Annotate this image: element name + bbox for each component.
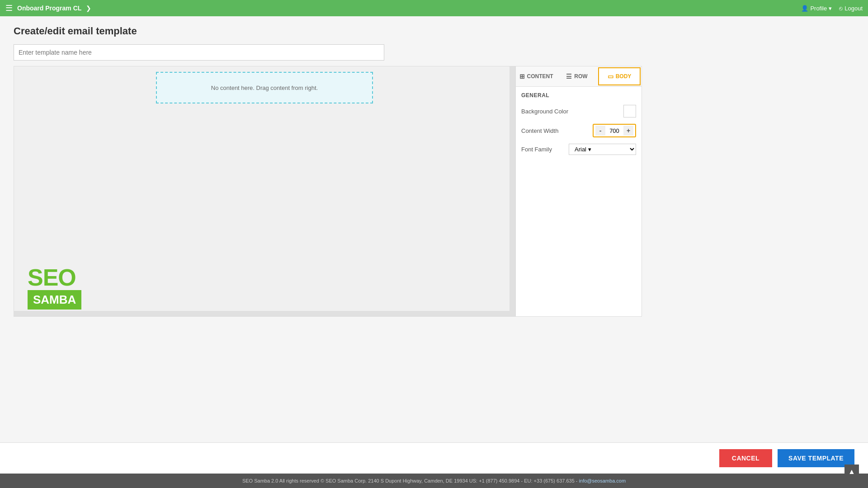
action-bar: CANCEL SAVE TEMPLATE	[0, 442, 868, 474]
app-title: Onboard Program CL	[17, 5, 81, 12]
tab-row[interactable]: ☰ ROW	[557, 66, 597, 86]
breadcrumb-arrow-icon: ❯	[86, 5, 91, 12]
logout-button[interactable]: ⎋ Logout	[839, 5, 863, 12]
right-panel: ⊞ CONTENT ☰ ROW ▭ BODY GENERAL Backgroun…	[515, 66, 642, 317]
body-tab-label: BODY	[616, 73, 632, 80]
tab-content[interactable]: ⊞ CONTENT	[516, 66, 557, 86]
bg-color-picker[interactable]	[623, 105, 636, 117]
hamburger-icon[interactable]: ☰	[5, 3, 13, 13]
samba-text: SAMBA	[28, 290, 81, 310]
seo-samba-logo: SEO SAMBA	[28, 266, 81, 310]
logout-label: Logout	[844, 5, 863, 12]
drop-zone-text: No content here. Drag content from right…	[211, 84, 318, 91]
cancel-button[interactable]: CANCEL	[719, 449, 772, 467]
panel-content: GENERAL Background Color Content Width -…	[516, 87, 642, 316]
email-canvas[interactable]: No content here. Drag content from right…	[14, 66, 515, 317]
seo-text: SEO	[28, 266, 81, 289]
panel-tabs: ⊞ CONTENT ☰ ROW ▭ BODY	[516, 66, 642, 87]
content-tab-icon: ⊞	[519, 73, 525, 80]
top-navigation: ☰ Onboard Program CL ❯ 👤 Profile ▾ ⎋ Log…	[0, 0, 868, 16]
main-content: Create/edit email template No content he…	[0, 16, 868, 442]
font-family-row: Font Family Arial ▾ Helvetica Georgia Ti…	[521, 144, 636, 155]
body-tab-icon: ▭	[608, 73, 613, 80]
footer-email-link[interactable]: info@seosamba.com	[579, 478, 626, 483]
content-width-control: - +	[593, 124, 636, 137]
row-tab-icon: ☰	[566, 73, 572, 80]
horizontal-scrollbar[interactable]	[14, 311, 509, 316]
content-width-row: Content Width - +	[521, 124, 636, 137]
logout-icon: ⎋	[839, 5, 843, 12]
scroll-to-top-button[interactable]: ▲	[844, 465, 859, 479]
font-family-select[interactable]: Arial ▾ Helvetica Georgia Times New Roma…	[569, 144, 636, 155]
profile-chevron-icon: ▾	[829, 5, 832, 12]
bg-color-label: Background Color	[521, 108, 568, 115]
nav-left: ☰ Onboard Program CL ❯	[5, 3, 91, 13]
canvas-inner: No content here. Drag content from right…	[14, 66, 515, 316]
save-template-button[interactable]: SAVE TEMPLATE	[778, 449, 854, 467]
vertical-scrollbar[interactable]	[509, 66, 515, 316]
width-value-input[interactable]	[605, 127, 623, 134]
width-decrease-button[interactable]: -	[595, 126, 605, 136]
background-color-row: Background Color	[521, 105, 636, 117]
editor-container: No content here. Drag content from right…	[14, 66, 854, 317]
profile-label: Profile	[810, 5, 827, 12]
footer-text: SEO Samba 2.0 All rights reserved © SEO …	[242, 478, 626, 483]
general-section-header: GENERAL	[521, 92, 636, 99]
content-tab-label: CONTENT	[527, 73, 553, 80]
tab-body[interactable]: ▭ BODY	[598, 67, 641, 85]
width-increase-button[interactable]: +	[623, 126, 633, 136]
page-title: Create/edit email template	[14, 25, 854, 37]
nav-right: 👤 Profile ▾ ⎋ Logout	[801, 5, 863, 12]
profile-menu[interactable]: 👤 Profile ▾	[801, 5, 832, 12]
row-tab-label: ROW	[574, 73, 587, 80]
footer: SEO Samba 2.0 All rights reserved © SEO …	[0, 474, 868, 488]
drop-zone[interactable]: No content here. Drag content from right…	[156, 72, 373, 103]
template-name-input[interactable]	[14, 44, 384, 61]
user-icon: 👤	[801, 5, 808, 12]
content-width-label: Content Width	[521, 127, 558, 134]
font-family-label: Font Family	[521, 146, 552, 153]
